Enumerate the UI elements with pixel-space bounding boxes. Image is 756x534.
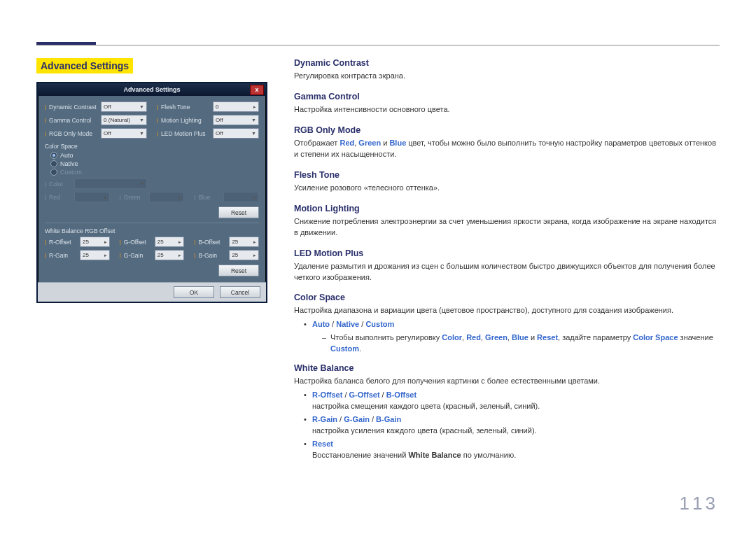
color-space-native[interactable]: Native (50, 160, 259, 167)
section-title: Advanced Settings (36, 58, 133, 73)
color-space-custom[interactable]: Custom (50, 169, 259, 176)
flesh-tone-select[interactable]: 0▸ (213, 101, 259, 112)
field-label: Flesh Tone (161, 104, 210, 111)
r-offset-select[interactable]: 25▸ (80, 237, 110, 247)
led-motion-plus-select[interactable]: Off▼ (213, 128, 259, 139)
r-gain-select[interactable]: 25▸ (80, 250, 110, 260)
green-select: ▸ (149, 192, 185, 202)
wb-offset-bullet: R-Offset / G-Offset / B-Offset настройка… (304, 390, 720, 412)
field-label: Gamma Control (49, 117, 98, 124)
rgb-only-mode-select[interactable]: Off▼ (101, 128, 147, 139)
close-icon[interactable]: x (250, 85, 264, 95)
b-gain-select[interactable]: 25▸ (229, 250, 259, 260)
field-label: RGB Only Mode (49, 130, 98, 137)
color-space-auto[interactable]: Auto (50, 152, 259, 159)
color-space-reset-button[interactable]: Reset (218, 206, 259, 218)
color-space-options: Auto / Native / Custom Чтобы выполнить р… (304, 319, 720, 355)
gamma-control-select[interactable]: 0 (Natural)▼ (101, 115, 147, 125)
g-gain-select[interactable]: 25▸ (155, 250, 185, 260)
b-offset-select[interactable]: 25▸ (229, 237, 259, 247)
desc-led-motion-plus: LED Motion Plus Удаление размытия и дрож… (294, 248, 720, 283)
desc-color-space: Color Space Настройка диапазона и вариац… (294, 293, 720, 355)
header-separator (36, 45, 720, 45)
field-label: Motion Lighting (161, 117, 210, 124)
g-offset-select[interactable]: 25▸ (155, 237, 185, 247)
ok-button[interactable]: OK (174, 286, 214, 298)
color-space-header: Color Space (45, 143, 259, 150)
page-number: 113 (680, 493, 718, 514)
wb-reset-bullet: Reset Восстановление значений White Bala… (304, 439, 720, 461)
dialog-title: Advanced Settings (123, 86, 180, 93)
desc-rgb-only-mode: RGB Only Mode Отображает Red, Green и Bl… (294, 125, 720, 160)
red-select: ▸ (74, 192, 110, 202)
desc-gamma-control: Gamma Control Настройка интенсивности ос… (294, 92, 720, 115)
motion-lighting-select[interactable]: Off▼ (213, 115, 259, 125)
desc-motion-lighting: Motion Lighting Снижение потребления эле… (294, 204, 720, 239)
dialog-titlebar: Advanced Settings x (38, 83, 266, 96)
white-balance-reset-button[interactable]: Reset (218, 265, 259, 276)
cancel-button[interactable]: Cancel (220, 286, 260, 298)
blue-select: ▸ (223, 192, 259, 202)
desc-dynamic-contrast: Dynamic Contrast Регулировка контраста э… (294, 58, 720, 82)
desc-flesh-tone: Flesh Tone Усиление розового «телесного … (294, 170, 720, 194)
dynamic-contrast-select[interactable]: Off▼ (101, 101, 147, 112)
color-select: ▼ (74, 178, 147, 189)
color-space-note: Чтобы выполнить регулировку Color, Red, … (322, 332, 720, 355)
wb-gain-bullet: R-Gain / G-Gain / B-Gain настройка усиле… (304, 414, 720, 437)
advanced-settings-dialog: Advanced Settings x |Dynamic Contrast Of… (36, 82, 267, 303)
desc-white-balance: White Balance Настройка баланса белого д… (294, 363, 720, 461)
field-label: Dynamic Contrast (49, 104, 98, 111)
field-label: LED Motion Plus (161, 130, 210, 137)
white-balance-header: White Balance RGB Offset (45, 227, 259, 234)
